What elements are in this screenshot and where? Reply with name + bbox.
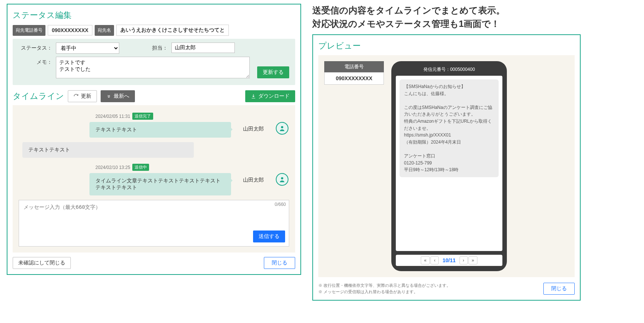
status-label: ステータス： <box>19 43 52 51</box>
sender-name: 山田太郎 <box>235 173 272 184</box>
entry-time: 2024/02/05 11:31 <box>95 114 130 119</box>
svg-point-0 <box>281 126 283 128</box>
footnote-line1: ※ 改行位置・機種依存文字等、実際の表示と異なる場合がございます。 <box>318 283 451 288</box>
person-icon <box>279 176 285 183</box>
phone-number-value: 090XXXXXXXX <box>324 72 384 85</box>
message-bubble: タイムライン文章テキストテキストテキストテキストテキストテキスト <box>89 173 231 195</box>
refresh-icon <box>73 94 79 99</box>
pager-last-button[interactable]: » <box>468 256 478 264</box>
pager-current: 10/11 <box>439 257 458 263</box>
recipient-name-label: 宛先名 <box>95 25 114 36</box>
entry-badge: 送信中 <box>132 164 149 171</box>
refresh-label: 更新 <box>81 93 91 100</box>
latest-button[interactable]: 最新へ <box>101 90 135 102</box>
preview-title: プレビュー <box>318 40 575 51</box>
footnote-line2: ※ メッセージの受信順は入れ替わる場合があります。 <box>318 289 418 294</box>
caption: 送受信の内容をタイムラインでまとめて表示。 対応状況のメモやステータス管理も1画… <box>312 4 581 31</box>
sms-bubble: 【SMSHaNaからのお知らせ】 こんにちは、佐藤様。 この度はSMSHaNaの… <box>400 79 499 177</box>
message-bubble: テキストテキスト <box>89 122 231 138</box>
pager-first-button[interactable]: « <box>421 256 430 264</box>
pager-next-button[interactable]: › <box>460 256 468 264</box>
avatar-icon <box>276 122 288 135</box>
timeline-note: テキストテキスト <box>22 142 194 158</box>
caption-line1: 送受信の内容をタイムラインでまとめて表示。 <box>312 5 505 15</box>
entry-meta: 2024/02/10 13:25 送信中 <box>95 164 289 171</box>
download-icon <box>251 94 256 99</box>
timeline-header: タイムライン 更新 最新へ ダウンロード <box>13 90 295 102</box>
avatar-icon <box>276 173 288 186</box>
preview-footnote: ※ 改行位置・機種依存文字等、実際の表示と異なる場合がございます。 ※ メッセー… <box>318 282 451 295</box>
assignee-input[interactable] <box>171 43 235 53</box>
close-button[interactable]: 閉じる <box>264 257 295 269</box>
caller-id: 発信元番号：0005000400 <box>396 65 502 76</box>
preview-footer: ※ 改行位置・機種依存文字等、実際の表示と異なる場合がございます。 ※ メッセー… <box>318 279 575 295</box>
status-edit-panel: ステータス編集 宛先電話番号 090XXXXXXXX 宛先名 あいうえおかきくけ… <box>7 4 301 275</box>
sender-name: 山田太郎 <box>235 122 272 132</box>
status-edit-title: ステータス編集 <box>13 10 295 21</box>
recipient-tel-value: 090XXXXXXXX <box>48 25 92 35</box>
send-button[interactable]: 送信する <box>253 231 285 242</box>
update-button[interactable]: 更新する <box>257 66 289 78</box>
status-select[interactable]: 着手中 <box>56 43 119 54</box>
download-button[interactable]: ダウンロード <box>245 90 295 102</box>
phone-screen: 【SMSHaNaからのお知らせ】 こんにちは、佐藤様。 この度はSMSHaNaの… <box>396 76 502 251</box>
recipient-name-value: あいうえおかきくけこさしすせそたちつてと <box>116 25 229 36</box>
timeline-entry: タイムライン文章テキストテキストテキストテキストテキストテキスト 山田太郎 <box>19 173 289 195</box>
memo-textarea[interactable]: テストです テストでした <box>56 57 250 78</box>
timeline-title: タイムライン <box>13 91 64 102</box>
refresh-button[interactable]: 更新 <box>68 90 97 102</box>
svg-point-1 <box>281 177 283 179</box>
message-pager: « ‹ 10/11 › » <box>396 255 502 266</box>
pager-prev-button[interactable]: ‹ <box>430 256 439 264</box>
recipient-tel-label: 宛先電話番号 <box>13 25 45 36</box>
preview-phone-info: 電話番号 090XXXXXXXX <box>324 61 384 85</box>
char-counter: 0/660 <box>275 202 286 207</box>
person-icon <box>279 125 285 132</box>
chevron-down-icon <box>106 94 111 99</box>
message-input[interactable] <box>20 202 287 228</box>
entry-badge: 送信完了 <box>132 113 153 120</box>
latest-label: 最新へ <box>114 93 129 100</box>
preview-area: 電話番号 090XXXXXXXX 発信元番号：0005000400 【SMSHa… <box>318 55 575 277</box>
phone-mockup: 発信元番号：0005000400 【SMSHaNaからのお知らせ】 こんにちは、… <box>391 61 507 271</box>
preview-close-button[interactable]: 閉じる <box>543 283 575 295</box>
recipient-row: 宛先電話番号 090XXXXXXXX 宛先名 あいうえおかきくけこさしすせそたち… <box>13 25 295 36</box>
phone-number-label: 電話番号 <box>324 61 384 72</box>
assignee-label: 担当： <box>123 43 168 51</box>
message-composer: 0/660 送信する <box>19 200 289 247</box>
timeline-box: 2024/02/05 11:31 送信完了 テキストテキスト 山田太郎 テキスト… <box>13 105 295 253</box>
entry-time: 2024/02/10 13:25 <box>95 165 130 170</box>
status-form: ステータス： 着手中 担当： メモ： テストです テストでした 更新する <box>13 39 295 85</box>
unconfirm-close-button[interactable]: 未確認にして閉じる <box>13 257 71 269</box>
memo-label: メモ： <box>19 57 52 66</box>
timeline-entry: テキストテキスト 山田太郎 <box>19 122 289 138</box>
preview-panel: プレビュー 電話番号 090XXXXXXXX 発信元番号：0005000400 … <box>312 34 581 301</box>
status-footer: 未確認にして閉じる 閉じる <box>13 257 295 269</box>
entry-meta: 2024/02/05 11:31 送信完了 <box>95 113 289 120</box>
download-label: ダウンロード <box>258 93 290 100</box>
caption-line2: 対応状況のメモやステータス管理も1画面で！ <box>312 19 500 29</box>
